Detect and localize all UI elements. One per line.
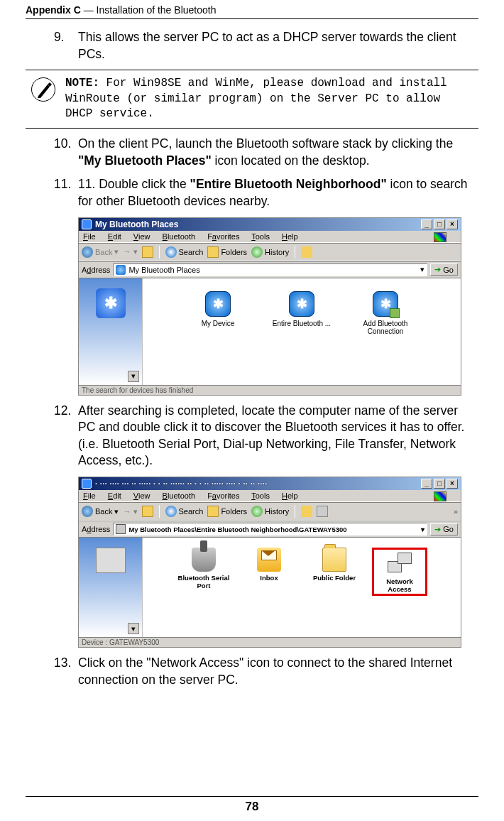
titlebar-2-text: · ··· ···· ··· ·· ····· · · ·· ······ ··… xyxy=(95,479,268,488)
step-10-text: On the client PC, launch the Bluetooth s… xyxy=(78,136,478,169)
icon-add-bluetooth[interactable]: ✱Add Bluetooth Connection xyxy=(354,291,417,335)
go-label-2: Go xyxy=(443,525,454,533)
icon-public-folder[interactable]: Public Folder xyxy=(307,548,362,582)
menu-tools-2[interactable]: Tools xyxy=(251,491,270,500)
label-add: Add Bluetooth Connection xyxy=(354,320,417,335)
page-content: 9. This allows the server PC to act as a… xyxy=(26,19,478,688)
menu-favorites[interactable]: Favorites xyxy=(207,232,239,241)
go-button-2[interactable]: ➔Go xyxy=(430,523,458,535)
iconarea-1: ✱My Device ✱Entire Bluetooth ... ✱Add Bl… xyxy=(143,278,461,385)
menu-edit-2[interactable]: Edit xyxy=(108,491,121,500)
toolbar-chevron-icon[interactable]: » xyxy=(454,507,458,516)
note-box: NOTE: For Win98SE and WinMe, please down… xyxy=(26,70,478,129)
window-gateway5300: · ··· ···· ··· ·· ····· · · ·· ······ ··… xyxy=(78,477,461,648)
history-label-2: History xyxy=(265,507,289,516)
step-10: 10. On the client PC, launch the Bluetoo… xyxy=(54,136,478,169)
note-label: NOTE: xyxy=(65,77,99,89)
icon-inbox[interactable]: Inbox xyxy=(241,548,297,582)
menu-help-2[interactable]: Help xyxy=(282,491,298,500)
go-button-1[interactable]: ➔Go xyxy=(430,263,458,276)
history-button-2[interactable]: History xyxy=(251,506,289,517)
moveto-button[interactable] xyxy=(301,246,312,258)
copy-button-2[interactable] xyxy=(317,506,328,517)
history-label: History xyxy=(265,248,289,256)
menu-view-2[interactable]: View xyxy=(133,491,150,500)
step-13-number: 13. xyxy=(54,655,78,688)
menu-tools[interactable]: Tools xyxy=(251,232,270,241)
step-11: 11. 11. Double click the "Entire Bluetoo… xyxy=(54,176,478,210)
forward-button-2[interactable]: → ▾ xyxy=(123,507,137,516)
menu-bluetooth[interactable]: Bluetooth xyxy=(163,232,196,241)
minimize-button[interactable]: _ xyxy=(421,219,432,229)
titlebar-2[interactable]: · ··· ···· ··· ·· ····· · · ·· ······ ··… xyxy=(79,477,461,490)
step-9-number: 9. xyxy=(54,29,78,62)
menubar-2: File Edit View Bluetooth Favorites Tools… xyxy=(79,490,461,502)
address-label-1: Address xyxy=(82,266,110,274)
menu-file-2[interactable]: File xyxy=(83,491,96,500)
up-button[interactable] xyxy=(142,246,153,258)
minimize-button-2[interactable]: _ xyxy=(421,479,432,489)
bluetooth-big-icon: ✱ xyxy=(96,288,126,318)
bluetooth-icon xyxy=(82,219,92,229)
icon-network-access[interactable]: Network Access xyxy=(372,548,427,596)
menu-view[interactable]: View xyxy=(133,232,150,241)
windows-logo-icon xyxy=(434,232,447,242)
menu-favorites-2[interactable]: Favorites xyxy=(207,491,239,500)
address-field-2[interactable]: My Bluetooth Places\Entire Bluetooth Nei… xyxy=(113,523,427,535)
folders-button-2[interactable]: Folders xyxy=(207,506,247,517)
side-dropdown-icon[interactable]: ▾ xyxy=(128,371,139,382)
maximize-button[interactable]: □ xyxy=(434,219,445,229)
step-11-number: 11. xyxy=(54,176,78,210)
addressbar-2: Address My Bluetooth Places\Entire Bluet… xyxy=(79,521,461,537)
computer-big-icon xyxy=(96,548,126,573)
label-entire: Entire Bluetooth ... xyxy=(270,320,334,327)
statusbar-2: Device : GATEWAY5300 xyxy=(79,637,461,647)
iconarea-2: Bluetooth Serial Port Inbox Public Folde… xyxy=(143,538,461,637)
menu-file[interactable]: File xyxy=(83,232,96,241)
address-value-1: My Bluetooth Places xyxy=(128,266,199,274)
back-button-2[interactable]: Back ▾ xyxy=(82,506,119,517)
titlebar-1[interactable]: My Bluetooth Places _ □ × xyxy=(79,218,461,231)
step-13-text: Click on the "Network Access" icon to co… xyxy=(78,655,478,688)
address-field-1[interactable]: My Bluetooth Places ▾ xyxy=(113,263,427,276)
viewarea-2: ▾ Bluetooth Serial Port Inbox Public Fol… xyxy=(79,537,461,637)
search-button-2[interactable]: Search xyxy=(165,506,204,517)
icon-my-device[interactable]: ✱My Device xyxy=(186,291,250,327)
step-10-post: icon located on the desktop. xyxy=(212,153,370,168)
address-label-2: Address xyxy=(82,525,110,533)
step-10-pre: On the client PC, launch the Bluetooth s… xyxy=(78,136,453,151)
page-header: Appendix C — Installation of the Bluetoo… xyxy=(26,0,478,19)
search-button[interactable]: Search xyxy=(165,246,204,258)
menu-help[interactable]: Help xyxy=(282,232,298,241)
sidepanel-1: ✱ ▾ xyxy=(79,278,143,385)
search-label: Search xyxy=(179,248,204,256)
history-button[interactable]: History xyxy=(251,246,289,258)
close-button[interactable]: × xyxy=(447,219,458,229)
step-11-text: 11. Double click the "Entire Bluetooth N… xyxy=(78,176,478,210)
back-button[interactable]: Back ▾ xyxy=(82,246,119,258)
step-9: 9. This allows the server PC to act as a… xyxy=(54,29,478,62)
forward-button[interactable]: → ▾ xyxy=(123,247,137,256)
folders-label-2: Folders xyxy=(221,507,247,516)
maximize-button-2[interactable]: □ xyxy=(434,479,445,489)
menu-bluetooth-2[interactable]: Bluetooth xyxy=(163,491,196,500)
note-body: For Win98SE and WinMe, please download a… xyxy=(65,77,447,120)
step-10-bold: "My Bluetooth Places" xyxy=(78,153,212,168)
folders-button[interactable]: Folders xyxy=(207,246,247,258)
close-button-2[interactable]: × xyxy=(447,479,458,489)
window-my-bluetooth-places: My Bluetooth Places _ □ × File Edit View… xyxy=(78,217,461,396)
up-button-2[interactable] xyxy=(142,506,153,517)
go-label-1: Go xyxy=(443,266,454,274)
windows-logo-icon-2 xyxy=(434,491,447,501)
icon-serial-port[interactable]: Bluetooth Serial Port xyxy=(176,548,231,589)
moveto-button-2[interactable] xyxy=(301,506,312,517)
label-inbox: Inbox xyxy=(241,574,297,582)
address-icon-2 xyxy=(116,524,126,534)
pen-icon xyxy=(31,77,55,102)
label-net: Network Access xyxy=(375,577,424,593)
side-dropdown-icon-2[interactable]: ▾ xyxy=(128,623,139,634)
menu-edit[interactable]: Edit xyxy=(108,232,121,241)
search-label-2: Search xyxy=(179,507,204,516)
statusbar-1: The search for devices has finished xyxy=(79,385,461,395)
icon-entire-bluetooth[interactable]: ✱Entire Bluetooth ... xyxy=(270,291,334,327)
